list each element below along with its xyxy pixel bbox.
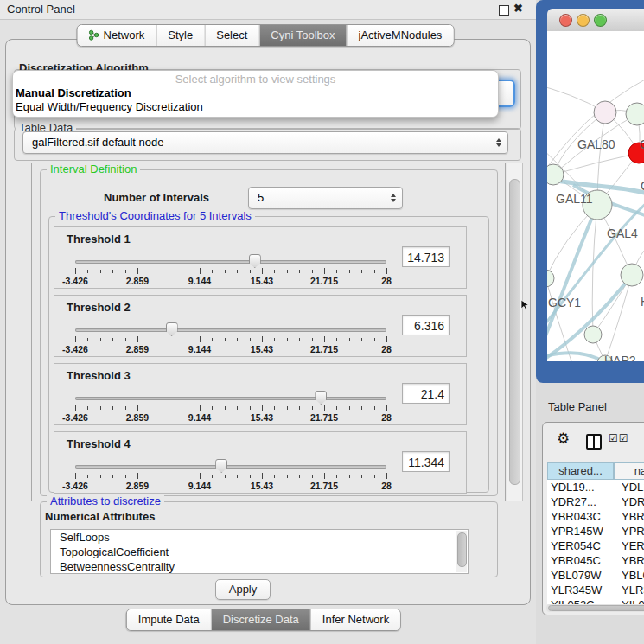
panel-title: Control Panel — [7, 3, 75, 16]
top-tab-bar: Network Style Select Cyni Toolbox — [77, 24, 455, 47]
threshold-slider[interactable]: -3.4262.8599.14415.4321.71528 — [75, 320, 386, 354]
split-columns-icon[interactable] — [586, 434, 602, 450]
close-icon[interactable] — [513, 2, 526, 16]
threshold-slider[interactable]: -3.4262.8599.14415.4321.71528 — [75, 252, 386, 286]
interval-definition-label: Interval Definition — [47, 163, 140, 175]
slider-thumb[interactable] — [166, 322, 178, 336]
cell-shared-name: YDL19... — [547, 480, 614, 494]
slider-ticks — [75, 405, 386, 412]
top-tab-label: Network — [104, 29, 145, 41]
table-row[interactable]: YDL19... YDL19 — [547, 480, 644, 494]
table-data-combobox[interactable]: galFiltered.sif default node — [22, 131, 508, 154]
threshold-row: Threshold 2 -3.4262.8599.14415.4321.7152… — [54, 295, 467, 357]
control-panel: Control Panel Network Style Select — [0, 0, 536, 644]
hscrollbar-thumb[interactable] — [548, 605, 644, 611]
bottom-tab[interactable]: Impute Data — [127, 609, 211, 630]
select-columns-icon[interactable] — [609, 432, 629, 444]
slider-track[interactable] — [75, 328, 386, 332]
cell-shared-name: YER054C — [547, 539, 614, 553]
top-tab[interactable]: Style — [156, 25, 204, 46]
threshold-coordinates-label: Threshold's Coordinates for 5 Intervals — [55, 210, 255, 222]
attributes-group-label: Attributes to discretize — [47, 495, 164, 507]
dropdown-option[interactable]: Equal Width/Frequency Discretization — [13, 100, 498, 114]
table-row[interactable]: YIL052C YIL05 — [547, 597, 644, 604]
zoom-traffic-light-icon[interactable] — [594, 14, 607, 27]
table-row[interactable]: YLR345W YLR34 — [547, 583, 644, 597]
threshold-value-field[interactable]: 21.4 — [402, 383, 450, 404]
column-header-name[interactable]: name — [614, 462, 644, 480]
table-row[interactable]: YER054C YER05 — [547, 539, 644, 553]
numerical-attributes-list[interactable]: SelfLoops TopologicalCoefficient Between… — [50, 529, 469, 574]
top-tab[interactable]: Cyni Toolbox — [258, 25, 346, 46]
cell-name: YBR04 — [614, 553, 644, 568]
close-traffic-light-icon[interactable] — [559, 14, 572, 27]
cell-name: YBR04 — [614, 509, 644, 524]
cell-name: YLR34 — [614, 583, 644, 597]
table-row[interactable]: YDR27... YDR27 — [547, 494, 644, 509]
threshold-label: Threshold 4 — [67, 437, 131, 450]
slider-tick-labels: -3.4262.8599.14415.4321.71528 — [75, 412, 386, 423]
bottom-tab-bar: Impute Data Discretize Data Infer Networ… — [126, 609, 401, 631]
number-of-intervals-spinner[interactable]: 5 — [248, 187, 403, 209]
threshold-value-field[interactable]: 6.316 — [402, 315, 450, 335]
slider-track[interactable] — [75, 260, 386, 264]
slider-thumb[interactable] — [315, 391, 327, 405]
intervals-value: 5 — [258, 188, 264, 208]
svg-text:HAP2: HAP2 — [604, 354, 636, 361]
svg-text:GA: GA — [640, 137, 644, 151]
cell-name: YBL07 — [614, 568, 644, 583]
slider-thumb[interactable] — [215, 459, 227, 473]
svg-text:GAL80: GAL80 — [577, 137, 615, 151]
svg-text:C: C — [641, 179, 644, 193]
slider-tick-labels: -3.4262.8599.14415.4321.71528 — [75, 481, 386, 491]
float-window-icon[interactable] — [499, 5, 509, 16]
threshold-slider[interactable]: -3.4262.8599.14415.4321.71528 — [75, 388, 386, 423]
top-tab[interactable]: Network — [78, 25, 156, 46]
attribute-list-item[interactable]: BetweennessCentrality — [51, 559, 468, 574]
scrollbar-thumb[interactable] — [509, 179, 520, 485]
slider-track[interactable] — [75, 397, 386, 400]
bottom-tab[interactable]: Infer Network — [310, 609, 400, 630]
network-canvas[interactable]: GAL80GACGAL11GAL4GCY1HHAP2 — [547, 31, 644, 361]
cell-name: YPR14 — [614, 524, 644, 539]
spinner-arrows-icon — [391, 194, 396, 202]
slider-track[interactable] — [75, 465, 386, 469]
top-tab[interactable]: jActiveMNodules — [347, 25, 454, 46]
threshold-value-field[interactable]: 11.344 — [402, 451, 450, 472]
minimize-traffic-light-icon[interactable] — [577, 14, 590, 27]
vertical-scrollbar[interactable] — [507, 163, 523, 501]
list-scrollbar[interactable] — [456, 531, 467, 572]
list-scrollbar-thumb[interactable] — [457, 532, 467, 567]
top-tab[interactable]: Select — [204, 25, 258, 46]
bottom-tab-label: Discretize Data — [223, 613, 299, 626]
attribute-list-item[interactable]: SelfLoops — [51, 530, 468, 545]
slider-tick-labels: -3.4262.8599.14415.4321.71528 — [75, 276, 386, 286]
slider-ticks — [75, 268, 386, 276]
apply-button[interactable]: Apply — [215, 579, 271, 600]
svg-text:GAL4: GAL4 — [607, 226, 638, 240]
table-row[interactable]: YBR043C YBR04 — [547, 509, 644, 524]
dropdown-option[interactable]: Manual Discretization — [13, 86, 498, 100]
slider-thumb[interactable] — [249, 254, 261, 268]
cell-shared-name: YBR043C — [547, 509, 614, 524]
table-panel-title: Table Panel — [548, 400, 607, 413]
column-header-shared-name[interactable]: shared... — [547, 462, 614, 480]
algorithm-dropdown-popup: Select algorithm to view settings Manual… — [12, 70, 499, 118]
table-row[interactable]: YBR045C YBR04 — [547, 553, 644, 568]
numerical-attributes-label: Numerical Attributes — [45, 510, 155, 523]
attribute-list-item[interactable]: TopologicalCoefficient — [51, 545, 468, 559]
threshold-label: Threshold 1 — [67, 233, 131, 245]
threshold-row: Threshold 3 -3.4262.8599.14415.4321.7152… — [54, 363, 467, 425]
table-header: shared... name — [547, 462, 644, 480]
threshold-value-field[interactable]: 14.713 — [402, 246, 450, 267]
bottom-tab[interactable]: Discretize Data — [211, 609, 310, 630]
threshold-label: Threshold 2 — [67, 301, 131, 314]
slider-ticks — [75, 336, 386, 344]
cell-shared-name: YDR27... — [547, 494, 614, 509]
table-row[interactable]: YBL079W YBL07 — [547, 568, 644, 583]
table-horizontal-scrollbar[interactable] — [546, 604, 644, 612]
threshold-slider[interactable]: -3.4262.8599.14415.4321.71528 — [75, 456, 386, 491]
cell-shared-name: YLR345W — [547, 583, 614, 597]
table-row[interactable]: YPR145W YPR14 — [547, 524, 644, 539]
gear-icon[interactable] — [557, 430, 570, 448]
